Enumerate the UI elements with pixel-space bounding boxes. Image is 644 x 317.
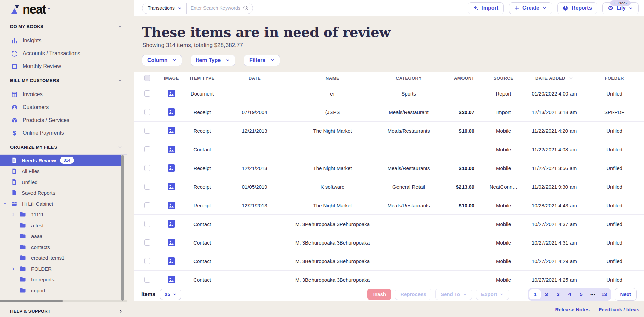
search-icon[interactable] <box>243 5 253 11</box>
sidebar-folder-aaaa[interactable]: aaaa <box>0 231 121 241</box>
row-checkbox[interactable] <box>144 221 150 227</box>
create-button[interactable]: Create <box>509 2 552 14</box>
sidebar-item-help-support[interactable]: HELP & SUPPORT <box>0 305 134 317</box>
sidebar-item-saved-reports[interactable]: Saved Reports <box>0 187 121 198</box>
row-checkbox[interactable] <box>144 277 150 283</box>
page-button-13[interactable]: 13 <box>598 289 610 299</box>
sidebar-item-customers[interactable]: Customers <box>0 101 134 114</box>
table-row: Contact Mobile 11/22/2021 4:08 am Unfile… <box>134 140 644 159</box>
cell-category: Meals/Restaurants <box>378 128 439 134</box>
sidebar-item-insights[interactable]: Insights <box>0 34 134 47</box>
sidebar-item-all-files[interactable]: All Files <box>0 166 121 176</box>
folder-icon <box>20 277 26 282</box>
export-button[interactable]: Export <box>476 289 509 300</box>
sidebar-folder-FOLDER[interactable]: FOLDER <box>0 263 121 274</box>
sidebar-folder-created-items1[interactable]: created items1 <box>0 252 121 263</box>
neat-logo[interactable]: neat ° <box>0 0 134 19</box>
sidebar-item-needs-review[interactable]: Needs Review 314 <box>0 155 121 166</box>
image-thumbnail-icon[interactable] <box>161 90 182 97</box>
image-thumbnail-icon[interactable] <box>161 164 182 172</box>
bulk-actions: Trash Reprocess Send To Export <box>367 289 509 300</box>
sidebar-item-online-payments[interactable]: $ Online Payments <box>0 127 134 140</box>
image-thumbnail-icon[interactable] <box>161 183 182 190</box>
scrollbar-thumb[interactable] <box>0 300 63 302</box>
cell-amount: $10.00 <box>439 128 483 134</box>
sidebar-item-unfiled[interactable]: Unfiled <box>0 176 121 187</box>
row-checkbox[interactable] <box>144 90 150 97</box>
sidebar-folder-contacts[interactable]: contacts <box>0 241 121 252</box>
item-type-dropdown[interactable]: Item Type <box>191 55 236 66</box>
release-notes-link[interactable]: Release Notes <box>555 307 590 312</box>
image-thumbnail-icon[interactable] <box>161 257 182 265</box>
table-row: Receipt 01/05/2019 K software General Re… <box>134 177 644 196</box>
sidebar-folder-a-test[interactable]: a test <box>0 220 121 231</box>
reprocess-button[interactable]: Reprocess <box>395 289 431 300</box>
sidebar-vertical-scrollbar[interactable] <box>121 155 124 301</box>
page-button-1[interactable]: 1 <box>529 289 541 299</box>
row-checkbox[interactable] <box>144 258 150 264</box>
main-area: Transactions Import Create <box>134 0 644 317</box>
chevron-down-icon <box>178 6 182 10</box>
reports-button[interactable]: Reports <box>557 2 597 14</box>
sidebar-item-invoices[interactable]: Invoices <box>0 88 134 101</box>
sidebar-item-products-services[interactable]: Products / Services <box>0 114 134 127</box>
sidebar-nav: DO MY BOOKS Insights Accounts / Transact… <box>0 19 134 305</box>
page-button-5[interactable]: 5 <box>575 289 587 299</box>
sidebar-item-monthly-review[interactable]: Monthly Review <box>0 60 134 73</box>
next-page-button[interactable]: Next <box>615 288 637 301</box>
needs-review-count-badge: 314 <box>60 157 74 164</box>
import-button[interactable]: Import <box>468 2 504 14</box>
neat-logo-mark: ° <box>48 7 50 12</box>
row-checkbox[interactable] <box>144 202 150 208</box>
page-size-dropdown[interactable]: 25 <box>160 289 181 300</box>
chevron-right-icon[interactable] <box>11 212 16 217</box>
page-button-2[interactable]: 2 <box>541 289 552 299</box>
image-thumbnail-icon[interactable] <box>161 127 182 134</box>
select-all-checkbox[interactable] <box>144 75 150 81</box>
feedback-link[interactable]: Feedback / Ideas <box>599 307 639 312</box>
row-checkbox[interactable] <box>144 239 150 246</box>
header-date-added[interactable]: DATE ADDED <box>524 76 585 81</box>
trash-button[interactable]: Trash <box>367 289 391 300</box>
row-checkbox[interactable] <box>144 165 150 171</box>
image-thumbnail-icon[interactable] <box>161 276 182 283</box>
chevron-right-icon[interactable] <box>11 267 16 271</box>
image-thumbnail-icon[interactable] <box>161 220 182 228</box>
send-to-button[interactable]: Send To <box>435 289 472 300</box>
search-input[interactable] <box>187 5 243 11</box>
page-button-3[interactable]: 3 <box>552 289 564 299</box>
section-do-my-books[interactable]: DO MY BOOKS <box>0 19 134 34</box>
sidebar-folder-11111[interactable]: 11111 <box>0 209 121 220</box>
neat-logo-icon <box>10 4 20 15</box>
section-bill-my-customers[interactable]: BILL MY CUSTOMERS <box>0 73 134 88</box>
page-button-4[interactable]: 4 <box>564 289 575 299</box>
row-checkbox[interactable] <box>144 109 150 115</box>
chevron-down-icon <box>463 292 467 296</box>
cell-source: Mobile <box>483 165 524 171</box>
sidebar-item-hi-lili-cabinet[interactable]: Hi Lili Cabinet <box>0 198 121 209</box>
search-bar: Transactions <box>142 3 253 14</box>
sidebar-folder-import[interactable]: import <box>0 285 121 296</box>
cell-source: Mobile <box>483 147 524 152</box>
image-thumbnail-icon[interactable] <box>161 239 182 246</box>
image-thumbnail-icon[interactable] <box>161 202 182 209</box>
sidebar-item-accounts-transactions[interactable]: Accounts / Transactions <box>0 47 134 60</box>
header-date: DATE <box>222 76 287 81</box>
app-window: neat ° DO MY BOOKS Insights Accounts / T… <box>0 0 644 317</box>
section-organize-my-files[interactable]: ORGANIZE MY FILES <box>0 140 134 154</box>
row-checkbox[interactable] <box>144 146 150 152</box>
sidebar-horizontal-scrollbar[interactable] <box>0 300 127 302</box>
row-checkbox[interactable] <box>144 184 150 190</box>
image-thumbnail-icon[interactable] <box>161 146 182 153</box>
topbar-actions: Import Create Reports L. Prod2 ⚙ Lily <box>468 2 639 14</box>
cell-source: Mobile <box>483 203 524 208</box>
filters-dropdown[interactable]: Filters <box>244 55 280 66</box>
folder-icon <box>20 223 26 228</box>
cell-item-type: Contact <box>182 258 222 264</box>
row-checkbox[interactable] <box>144 128 150 134</box>
search-scope-dropdown[interactable]: Transactions <box>142 3 186 14</box>
column-dropdown[interactable]: Column <box>142 55 182 66</box>
sidebar-folder-for-reports[interactable]: for reports <box>0 274 121 285</box>
chevron-down-icon[interactable] <box>3 201 7 206</box>
image-thumbnail-icon[interactable] <box>161 108 182 116</box>
